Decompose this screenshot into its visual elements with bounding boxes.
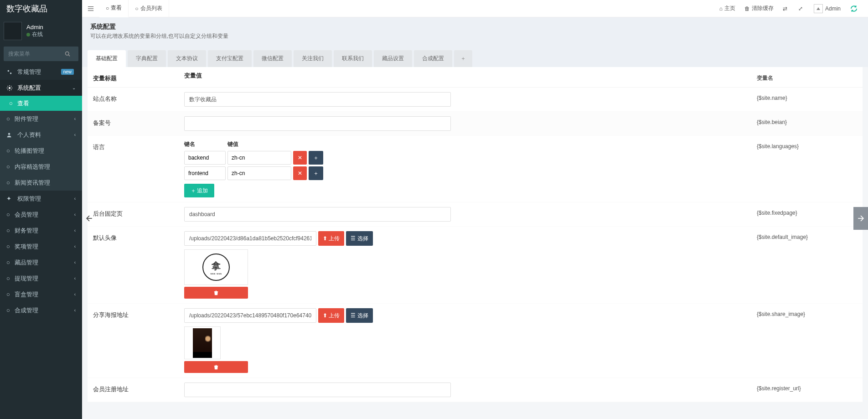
expand-icon: ⤢: [798, 5, 803, 12]
avatar: [4, 22, 22, 40]
select-label: 选择: [357, 235, 368, 243]
menu-members[interactable]: ○ 会员管理 ‹: [0, 207, 82, 222]
menu-finance[interactable]: ○ 财务管理 ‹: [0, 222, 82, 238]
row-title: 后台固定页: [93, 207, 184, 218]
submenu-view[interactable]: ○ 查看: [0, 96, 82, 111]
circle-icon: ○: [6, 227, 11, 234]
menu-label: 会员管理: [15, 211, 74, 219]
refresh-icon: [850, 4, 860, 14]
tab-members[interactable]: ○ 会员列表: [129, 0, 169, 17]
next-arrow-button[interactable]: [853, 207, 868, 230]
lang-key-input[interactable]: [184, 166, 226, 180]
chevron-left-icon: ‹: [74, 276, 76, 281]
menu-label: 系统配置: [17, 84, 72, 92]
nav-fullscreen[interactable]: ⤢: [794, 0, 809, 17]
cogs-icon: [6, 69, 15, 75]
menu-label: 权限管理: [17, 195, 74, 203]
delete-image-button[interactable]: [184, 361, 248, 373]
upload-button[interactable]: ⬆ 上传: [318, 231, 344, 246]
menu-permission[interactable]: ✦ 权限管理 ‹: [0, 191, 82, 207]
row-title: 语言: [93, 140, 184, 151]
form-header-row: 变量标题 变量值 变量名: [88, 67, 863, 88]
site-name-input[interactable]: [184, 92, 451, 107]
submenu-carousel[interactable]: ○ 轮播图管理: [0, 143, 82, 159]
submenu-news[interactable]: ○ 新闻资讯管理: [0, 175, 82, 191]
submenu-label: 查看: [17, 99, 76, 108]
poster-preview: [193, 328, 212, 358]
var-name: {$site.name}: [757, 92, 857, 101]
image-thumbnail: 拿sss sss: [184, 249, 248, 285]
topnav: ○ 查看 ○ 会员列表 ⌂ 主页 🗑 清除缓存 ⇄: [82, 0, 868, 17]
menu-label: 财务管理: [15, 227, 74, 235]
register-url-input[interactable]: [184, 383, 451, 397]
tab-view[interactable]: ○ 查看: [99, 0, 129, 17]
select-button[interactable]: ☰ 选择: [346, 231, 372, 246]
menu-attachment[interactable]: ○ 附件管理 ‹: [0, 111, 82, 127]
lang-val-input[interactable]: [227, 151, 291, 165]
nav-home[interactable]: ⌂ 主页: [715, 0, 740, 17]
plus-icon: ＋: [191, 187, 196, 195]
circle-icon: ○: [6, 211, 11, 218]
row-default-image: 默认头像 ⬆ 上传 ☰ 选择 拿sss sss: [88, 227, 863, 304]
menu-compose[interactable]: ○ 合成管理 ‹: [0, 302, 82, 318]
chevron-left-icon: ‹: [74, 116, 76, 121]
kv-val-header: 键值: [227, 140, 292, 148]
hamburger-button[interactable]: [82, 0, 99, 17]
user-status: 在线: [26, 31, 43, 38]
delete-image-button[interactable]: [184, 287, 248, 299]
menu-profile[interactable]: 个人资料 ‹: [0, 127, 82, 143]
chevron-left-icon: ‹: [74, 308, 76, 313]
lang-key-input[interactable]: [184, 151, 226, 165]
remove-kv-button[interactable]: ✕: [293, 151, 307, 165]
ctab-contact[interactable]: 联系我们: [334, 50, 372, 67]
menu-withdraw[interactable]: ○ 提现管理 ‹: [0, 270, 82, 286]
list-icon: ☰: [351, 235, 356, 242]
nav-clear-cache[interactable]: 🗑 清除缓存: [740, 0, 778, 17]
ctab-wechat[interactable]: 微信配置: [253, 50, 292, 67]
add-kv-button[interactable]: ＋: [309, 166, 323, 180]
share-image-input[interactable]: [184, 308, 316, 323]
upload-button[interactable]: ⬆ 上传: [318, 308, 344, 323]
ctab-add[interactable]: ＋: [454, 50, 472, 67]
remove-kv-button[interactable]: ✕: [293, 166, 307, 180]
menu-collections[interactable]: ○ 藏品管理 ‹: [0, 254, 82, 270]
ctab-text[interactable]: 文本协议: [168, 50, 206, 67]
kv-key-header: 键名: [184, 140, 227, 148]
home-icon: ⌂: [719, 5, 723, 12]
menu-sysconfig[interactable]: 系统配置 ⌄: [0, 80, 82, 96]
chevron-left-icon: ‹: [74, 212, 76, 217]
chevron-left-icon: ‹: [74, 228, 76, 233]
ctab-compose[interactable]: 合成配置: [414, 50, 452, 67]
beian-input[interactable]: [184, 116, 451, 131]
menu-general[interactable]: 常规管理 new: [0, 64, 82, 80]
ctab-basic[interactable]: 基础配置: [88, 50, 126, 67]
search-icon: [65, 51, 70, 57]
nav-home-label: 主页: [724, 5, 735, 12]
fixedpage-input[interactable]: [184, 207, 451, 222]
ctab-alipay[interactable]: 支付宝配置: [208, 50, 252, 67]
lang-val-input[interactable]: [227, 166, 291, 180]
nav-refresh[interactable]: [845, 0, 864, 17]
page-subtitle: 可以在此增改系统的变量和分组,也可以自定义分组和变量: [90, 32, 860, 40]
nav-lang[interactable]: ⇄: [778, 0, 794, 17]
menu-label: 合成管理: [15, 306, 74, 315]
ctab-collection[interactable]: 藏品设置: [374, 50, 412, 67]
nav-user[interactable]: Admin: [809, 0, 845, 17]
nav-clear-cache-label: 清除缓存: [752, 5, 774, 12]
select-button[interactable]: ☰ 选择: [346, 308, 372, 323]
badge-new: new: [61, 69, 74, 75]
col-title-header: 变量标题: [93, 72, 184, 83]
col-value-header: 变量值: [184, 72, 757, 80]
submenu-content[interactable]: ○ 内容精选管理: [0, 159, 82, 175]
menu-blindbox[interactable]: ○ 盲盒管理 ‹: [0, 286, 82, 302]
prev-arrow-button[interactable]: [82, 207, 97, 230]
ctab-follow[interactable]: 关注我们: [294, 50, 332, 67]
ctab-dict[interactable]: 字典配置: [128, 50, 166, 67]
trash-icon: [213, 290, 219, 295]
menu-awards[interactable]: ○ 奖项管理 ‹: [0, 238, 82, 254]
append-button[interactable]: ＋追加: [184, 184, 214, 197]
default-image-input[interactable]: [184, 231, 316, 246]
sidebar-search-button[interactable]: [65, 47, 78, 61]
add-kv-button[interactable]: ＋: [309, 151, 323, 165]
user-status-text: 在线: [32, 31, 43, 38]
